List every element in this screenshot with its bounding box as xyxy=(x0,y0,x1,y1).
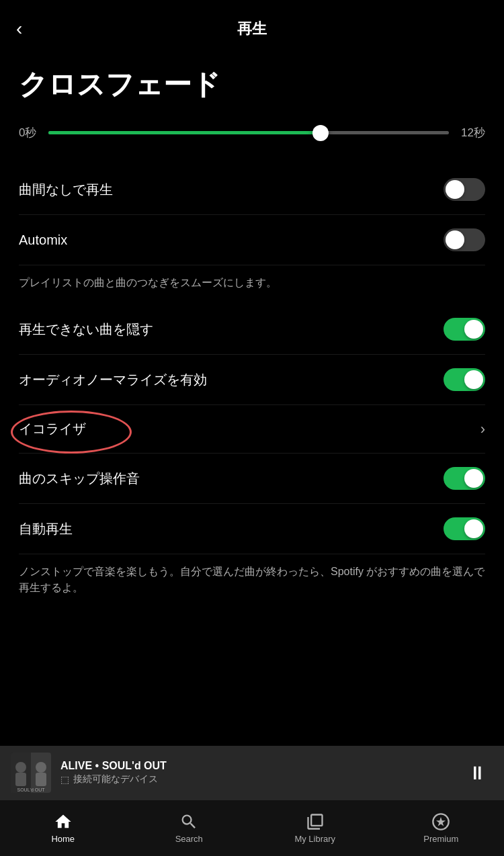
svg-rect-6 xyxy=(36,773,46,786)
slider-fill xyxy=(48,131,321,134)
normalize-row: オーディオノーマライズを有効 xyxy=(19,355,485,405)
header: ‹ 再生 xyxy=(0,0,504,52)
device-icon: ⬚ xyxy=(60,774,69,785)
normalize-toggle[interactable] xyxy=(444,368,485,391)
album-art: SOUL'd OUT xyxy=(11,753,51,793)
page-title: 再生 xyxy=(237,19,267,39)
svg-point-5 xyxy=(36,762,46,773)
skip-sound-knob xyxy=(464,469,483,488)
now-playing-title: ALIVE • SOUL'd OUT xyxy=(60,760,452,772)
hide-unplayable-row: 再生できない曲を隠す xyxy=(19,304,485,355)
gapless-row: 曲間なしで再生 xyxy=(19,165,485,215)
nav-library-label: My Library xyxy=(294,834,335,844)
now-playing-bar[interactable]: SOUL'd OUT ALIVE • SOUL'd OUT ⬚ 接続可能なデバイ… xyxy=(0,746,504,800)
crossfade-slider[interactable] xyxy=(48,131,449,134)
album-art-svg: SOUL'd OUT xyxy=(11,753,51,793)
hide-unplayable-knob xyxy=(464,320,483,339)
automix-knob xyxy=(446,230,464,249)
section-title: クロスフェード xyxy=(19,66,485,103)
nav-search-label: Search xyxy=(175,834,203,844)
search-icon xyxy=(179,812,198,831)
hide-unplayable-label: 再生できない曲を隠す xyxy=(19,320,153,339)
gapless-knob xyxy=(446,180,464,199)
gapless-label: 曲間なしで再生 xyxy=(19,181,113,199)
svg-point-3 xyxy=(15,762,26,773)
home-icon xyxy=(54,812,73,831)
album-art-inner: SOUL'd OUT xyxy=(11,753,51,793)
automix-label: Automix xyxy=(19,232,67,248)
nav-library[interactable]: My Library xyxy=(252,807,378,849)
slider-thumb[interactable] xyxy=(312,125,329,141)
equalizer-row[interactable]: イコライザ › xyxy=(19,405,485,454)
pause-button[interactable]: ⏸ xyxy=(461,759,493,787)
nav-home-label: Home xyxy=(51,834,75,844)
autoplay-knob xyxy=(464,519,483,538)
nav-search[interactable]: Search xyxy=(126,807,253,849)
nav-premium[interactable]: Premium xyxy=(378,807,505,849)
crossfade-slider-row: 0秒 12秒 xyxy=(19,125,485,140)
hide-unplayable-toggle[interactable] xyxy=(444,318,485,341)
automix-toggle[interactable] xyxy=(444,228,485,251)
equalizer-label: イコライザ xyxy=(19,421,86,436)
nav-home[interactable]: Home xyxy=(0,807,126,849)
automix-description: プレイリストの曲と曲のつなぎをスムーズにします。 xyxy=(19,265,485,304)
main-content: クロスフェード 0秒 12秒 曲間なしで再生 Automix プレイリストの曲と… xyxy=(0,52,504,609)
skip-sound-row: 曲のスキップ操作音 xyxy=(19,454,485,504)
automix-row: Automix xyxy=(19,215,485,265)
autoplay-description: ノンストップで音楽を楽しもう。自分で選んだ曲が終わったら、Spotify がおす… xyxy=(19,554,485,609)
autoplay-row: 自動再生 xyxy=(19,504,485,554)
slider-max-label: 12秒 xyxy=(461,125,485,140)
skip-sound-label: 曲のスキップ操作音 xyxy=(19,470,140,488)
now-playing-device: ⬚ 接続可能なデバイス xyxy=(60,773,452,785)
equalizer-label-wrap: イコライザ xyxy=(19,420,86,438)
premium-icon xyxy=(431,812,450,831)
library-icon xyxy=(306,812,325,831)
bottom-nav: Home Search My Library Premium xyxy=(0,800,504,856)
now-playing-info: ALIVE • SOUL'd OUT ⬚ 接続可能なデバイス xyxy=(60,760,452,785)
autoplay-label: 自動再生 xyxy=(19,520,73,538)
normalize-label: オーディオノーマライズを有効 xyxy=(19,371,207,389)
chevron-right-icon: › xyxy=(480,421,485,438)
gapless-toggle[interactable] xyxy=(444,178,485,201)
slider-min-label: 0秒 xyxy=(19,125,36,140)
svg-rect-4 xyxy=(15,773,26,786)
nav-premium-label: Premium xyxy=(423,834,458,844)
skip-sound-toggle[interactable] xyxy=(444,467,485,490)
normalize-knob xyxy=(464,370,483,389)
back-button[interactable]: ‹ xyxy=(16,18,22,40)
autoplay-toggle[interactable] xyxy=(444,517,485,540)
svg-text:SOUL'd OUT: SOUL'd OUT xyxy=(17,787,45,792)
device-label: 接続可能なデバイス xyxy=(73,773,158,785)
